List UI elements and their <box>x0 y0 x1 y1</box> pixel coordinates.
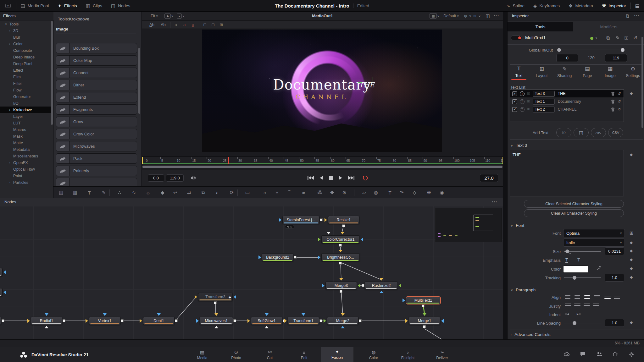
input-port[interactable] <box>358 284 360 288</box>
tree-item-openfx[interactable]: ›OpenFX <box>0 159 53 166</box>
delete-text-icon[interactable] <box>611 107 615 112</box>
input-port[interactable] <box>399 284 401 288</box>
topbar-metadata-button[interactable]: ❖Metadata <box>564 0 597 12</box>
tool-item-extend[interactable]: Extend <box>56 92 137 102</box>
channel-display-dropdown[interactable]: A <box>164 14 170 19</box>
input-port[interactable] <box>214 313 218 316</box>
output-port[interactable] <box>339 244 342 247</box>
justify-right-icon[interactable] <box>584 303 590 308</box>
output-port[interactable] <box>340 290 342 293</box>
node-offscreen[interactable] <box>0 317 1 325</box>
paragraph-section-header[interactable]: ∨Paragraph <box>511 288 536 292</box>
text-list-row-text-2[interactable]: ✓T⚿Text 2CHANNEL↺ <box>510 106 624 113</box>
keyframe-diamond[interactable]: ◆ <box>630 266 633 271</box>
color-curves-tool-icon[interactable]: ∿ <box>130 189 138 196</box>
input-port[interactable] <box>234 295 236 299</box>
tree-item-deep-pixel[interactable]: Deep Pixel <box>0 60 53 67</box>
node-background2[interactable]: Background2 <box>262 253 293 261</box>
node-dent1[interactable]: Dent1 <box>143 317 175 325</box>
text-plus-tool-icon[interactable]: T <box>86 189 93 196</box>
node-microwaves1[interactable]: Microwaves1 <box>200 317 233 325</box>
node-softglow1[interactable]: SoftGlow1 <box>251 317 282 325</box>
valign-middle-icon[interactable] <box>604 294 611 299</box>
tree-item-filter[interactable]: Filter <box>0 80 53 87</box>
font-style-dropdown[interactable]: Italicv <box>563 239 625 247</box>
tab-tools[interactable]: Tools <box>508 22 573 31</box>
output-port[interactable] <box>175 319 178 322</box>
tab-modifiers[interactable]: Modifiers <box>573 22 644 31</box>
text-follower-icon[interactable]: T <box>520 99 525 104</box>
cloud-sync-icon[interactable] <box>564 352 570 357</box>
tree-item-i-o[interactable]: I/O <box>0 100 53 107</box>
audio-mute-icon[interactable] <box>191 175 196 180</box>
text-visible-checkbox[interactable]: ✓ <box>512 91 517 96</box>
node-merge1[interactable]: Merge1 <box>409 317 440 325</box>
chevron-down-icon[interactable]: v <box>596 36 597 39</box>
global-out-field[interactable]: 119 <box>605 54 627 62</box>
input-port[interactable] <box>195 295 197 299</box>
input-port[interactable] <box>341 326 345 328</box>
lock-icon[interactable]: ⚿ <box>527 100 530 103</box>
input-port[interactable] <box>322 284 325 288</box>
output-port[interactable] <box>63 319 65 322</box>
tree-item-3d[interactable]: ›3D <box>0 27 53 34</box>
copy-settings-icon[interactable]: ⧉ <box>606 36 610 40</box>
section-tab-text[interactable]: TText <box>508 66 530 80</box>
step-back-button[interactable] <box>319 176 323 180</box>
tracking-slider[interactable] <box>564 277 601 278</box>
indent-decrease-icon[interactable]: ≡◂ <box>565 312 569 316</box>
input-port[interactable] <box>258 255 261 259</box>
keyframe-diamond[interactable]: ◆ <box>630 249 633 253</box>
underline-emphasis-icon[interactable]: T <box>565 257 568 263</box>
tree-item-layer[interactable]: Layer <box>0 113 53 120</box>
text-name-field[interactable]: Text 2 <box>533 107 555 112</box>
keyframe-diamond[interactable]: ◆ <box>630 320 633 325</box>
background-tool-icon[interactable]: ▨ <box>57 189 65 196</box>
output-port[interactable] <box>423 325 426 328</box>
clear-selected-styling-button[interactable]: Clear Selected Character Styling <box>524 200 624 208</box>
settings-icon[interactable] <box>629 352 634 357</box>
input-port[interactable] <box>327 232 330 234</box>
range-marker[interactable] <box>142 157 143 164</box>
input-port[interactable] <box>339 250 342 252</box>
page-fairlight-button[interactable]: ♪Fairlight <box>391 347 424 362</box>
checker-underlay-icon[interactable]: ⊞ <box>220 23 223 27</box>
tool-item-bounding-box[interactable]: Bounding Box <box>56 43 137 53</box>
rectangle-mask-tool-icon[interactable]: ▭ <box>244 189 251 196</box>
color-controls-icon[interactable]: ◍ <box>462 14 469 18</box>
safe-area-icon[interactable]: ⊟ <box>212 23 215 27</box>
bold-style-icon[interactable]: A̲b <box>149 23 154 27</box>
node-radial1[interactable]: Radial1 <box>31 317 62 325</box>
keyframe-diamond[interactable]: ◆ <box>630 91 633 96</box>
particles-tool-icon[interactable]: ∴ <box>116 189 123 196</box>
node-connection[interactable] <box>425 329 448 339</box>
input-port[interactable] <box>27 319 30 323</box>
advanced-controls-header[interactable]: ›Advanced Controls <box>511 332 550 337</box>
tree-item-optical-flow[interactable]: Optical Flow <box>0 166 53 173</box>
collaboration-icon[interactable] <box>596 352 602 356</box>
panel-collapse-button[interactable]: v <box>0 0 16 12</box>
lock-icon[interactable]: ⚿ <box>527 107 530 111</box>
selection-handle[interactable] <box>373 77 373 83</box>
node-vortex1[interactable]: Vortex1 <box>89 317 120 325</box>
reset-text-icon[interactable]: ↺ <box>618 107 621 112</box>
page-photo-button[interactable]: ⊙Photo <box>220 347 253 362</box>
selection-handle[interactable] <box>358 82 362 83</box>
node-offscreen[interactable] <box>0 288 3 296</box>
input-port[interactable] <box>284 319 287 323</box>
paint-tool-icon[interactable]: ✎ <box>100 189 108 196</box>
add-text-path-button[interactable]: ABC <box>591 128 606 137</box>
input-port[interactable] <box>214 326 218 328</box>
reset-text-icon[interactable]: ↺ <box>618 91 621 96</box>
text3-content-field[interactable]: THE <box>510 150 624 196</box>
input-port[interactable] <box>302 313 305 316</box>
output-port[interactable] <box>214 301 217 304</box>
page-media-button[interactable]: ▤Media <box>186 347 219 362</box>
align-left-icon[interactable] <box>565 294 571 299</box>
input-port[interactable] <box>318 238 320 241</box>
keyframe-diamond[interactable]: ◆ <box>630 152 633 157</box>
play-button[interactable] <box>339 176 342 180</box>
image-plane-3d-tool-icon[interactable]: ▱ <box>360 189 368 196</box>
tool-item-grow[interactable]: Grow <box>56 117 137 127</box>
stereo-dropdown[interactable]: ▦ <box>430 13 436 19</box>
